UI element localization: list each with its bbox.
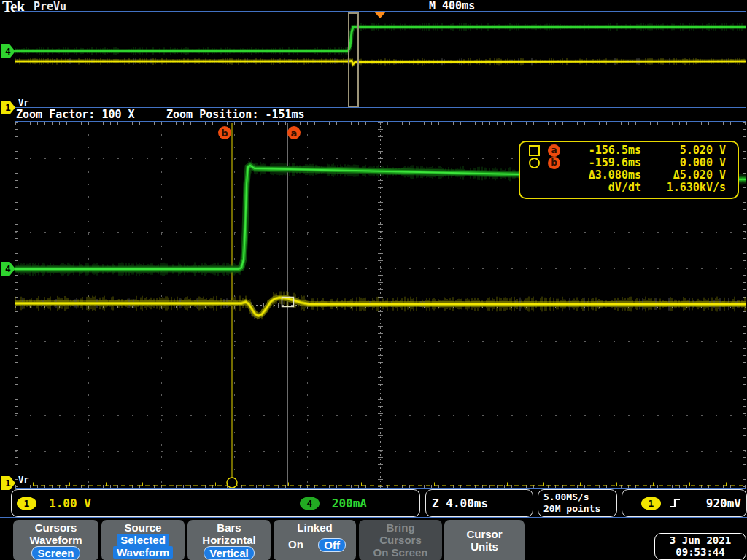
menu-units-line2: Units [444,540,525,553]
menu-bars-title: Bars [187,521,271,534]
ch1-ref-label: Vr [18,475,28,485]
menu-cursors-title: Cursors [13,521,98,534]
menu-linked-off[interactable]: Off [318,538,346,552]
cursor-b-value: 0.000 V [641,156,726,169]
cursor-slope-row: dV/dt 1.630kV/s [520,181,738,193]
overview-panel [15,11,746,108]
date-readout: 3 Jun 2021 [655,534,746,546]
menu-divider [0,517,747,518]
main-graticule: b a a -156.5ms 5.020 V b -159.6ms 0.000 … [15,121,746,489]
trigger-level-readout: 920mV [706,497,741,510]
ch1-badge[interactable]: 1 [17,497,36,510]
record-length-readout: 20M points [543,503,600,515]
menu-linked-button[interactable]: Linked On Off [274,520,356,560]
menu-linked-title: Linked [274,521,356,534]
cursor-b-waveform-marker[interactable] [227,478,237,488]
menu-cursors-button[interactable]: Cursors Waveform Screen [13,520,98,560]
trigger-slope-icon [668,497,681,510]
acquisition-box: 5.00MS/s 20M points [538,489,617,517]
dvdt-value: 1.630kV/s [641,181,726,194]
menu-bring-line1: Bring [359,521,442,534]
overview-waveforms [15,12,746,107]
cursor-delta-value: Δ5.020 V [641,168,726,182]
zoom-timebase-readout: Z 4.00ms [432,497,488,510]
menu-units-line1: Cursor [444,528,525,540]
cursor-a-flag[interactable]: a [287,126,301,139]
cursor-b-time: -159.6ms [565,156,641,169]
zoom-timebase-box: Z 4.00ms [425,489,533,517]
cursor-b-badge: b [548,157,560,169]
cursor-b-circle-icon [529,158,540,168]
cursor-b-flag[interactable]: b [218,126,231,139]
cursor-delta-time: Δ3.080ms [565,168,641,182]
menu-bring-cursors-button: Bring Cursors On Screen [359,520,442,560]
menu-bring-line3: On Screen [359,546,442,559]
dvdt-label: dV/dt [565,181,641,194]
cursor-a-square-icon [529,145,540,156]
zoom-factor-readout: Zoom Factor: 100 X [16,108,135,121]
ch4-scale-readout: 200mA [332,497,367,510]
cursor-a-badge: a [548,144,560,157]
trigger-box: 1 920mV [622,489,747,517]
cursor-a-value: 5.020 V [641,144,726,157]
ch1-trace-fuzz [15,298,746,316]
datetime-box: 3 Jun 2021 09:53:44 [654,533,746,560]
ch4-badge[interactable]: 4 [300,497,320,510]
menu-bars-horizontal[interactable]: Horizontal [187,534,271,546]
menu-source-button[interactable]: Source Selected Waveform [101,520,185,560]
zoom-window-bracket[interactable] [348,12,359,107]
zoom-position-readout: Zoom Position: -151ms [166,108,305,121]
ch1-position-marker-overview[interactable]: 1 [1,101,15,114]
menu-cursors-waveform[interactable]: Waveform [13,534,98,546]
menu-cursors-screen[interactable]: Screen [31,546,80,560]
menu-source-selected[interactable]: Selected [117,534,169,546]
ch1-scale-readout: 1.00 V [49,497,91,510]
channel-scale-box: 1 1.00 V 4 200mA [11,489,420,517]
menu-cursor-units-button[interactable]: Cursor Units [444,520,525,560]
trigger-source-badge[interactable]: 1 [641,497,661,510]
menu-source-waveform[interactable]: Waveform [113,546,173,559]
menu-linked-on[interactable]: On [288,538,303,552]
oscilloscope-screen: Tek PreVu M 400ms 4 1 Vr Zoom Factor: 10… [0,0,747,560]
ch4-overview-trace [15,27,746,51]
menu-source-title: Source [101,521,185,534]
ch4-position-marker[interactable]: 4 [1,262,15,276]
ch1-position-marker[interactable]: 1 [1,476,15,490]
cursor-readout-box: a -156.5ms 5.020 V b -159.6ms 0.000 V Δ3… [519,141,739,199]
trigger-position-icon[interactable] [374,12,386,18]
ch4-position-marker-overview[interactable]: 4 [1,44,15,58]
menu-bring-line2: Cursors [359,534,442,546]
ch4-overview-fuzz [15,27,746,51]
cursor-a-time: -156.5ms [565,144,641,157]
ch1-ref-label-overview: Vr [18,98,28,108]
cursor-a-row: a -156.5ms 5.020 V [520,144,738,156]
cursor-b-row: b -159.6ms 0.000 V [520,156,738,168]
cursor-delta-row: Δ3.080ms Δ5.020 V [520,168,738,181]
time-readout: 09:53:44 [655,546,746,558]
sample-rate-readout: 5.00MS/s [543,491,600,503]
menu-bars-vertical[interactable]: Vertical [204,546,254,560]
menu-bars-button[interactable]: Bars Horizontal Vertical [187,520,271,560]
